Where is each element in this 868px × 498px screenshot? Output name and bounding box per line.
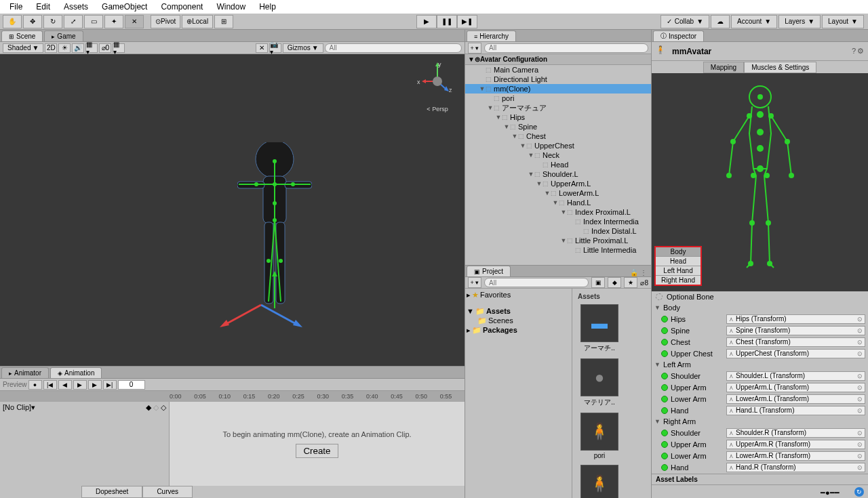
project-grid[interactable]: Assets ▬アーマチ..●マテリア..🧍pori🧍mmAvat.. ━●━━ bbox=[572, 289, 651, 498]
bone-mapping-row[interactable]: Hips⋏Hips (Transform)⊙ bbox=[652, 313, 868, 325]
project-search[interactable] bbox=[484, 278, 589, 287]
tab-hierarchy[interactable]: ≡Hierarchy bbox=[467, 30, 516, 41]
hierarchy-item[interactable]: ⬚Main Camera bbox=[465, 65, 651, 75]
layers-dropdown[interactable]: Layers ▼ bbox=[778, 15, 821, 28]
menu-component[interactable]: Component bbox=[154, 1, 210, 13]
assets-folder[interactable]: ▼📁Assets bbox=[467, 306, 570, 316]
menu-assets[interactable]: Assets bbox=[57, 1, 95, 13]
hierarchy-item[interactable]: ⬚Index Intermedia bbox=[465, 217, 651, 226]
body-tab-head[interactable]: Head bbox=[656, 257, 701, 266]
hierarchy-item[interactable]: ⬚Head bbox=[465, 160, 651, 169]
move-tool[interactable]: ✥ bbox=[23, 15, 42, 28]
tab-scene[interactable]: ⊞Scene bbox=[1, 30, 43, 41]
lighting-toggle[interactable]: ☀ bbox=[58, 43, 71, 53]
scene-search[interactable] bbox=[325, 43, 462, 53]
next-frame[interactable]: ▶ bbox=[88, 380, 102, 390]
menu-help[interactable]: Help bbox=[252, 1, 283, 13]
body-tab-right-hand[interactable]: Right Hand bbox=[656, 276, 701, 285]
hierarchy-scene-header[interactable]: ▼ ⊚ Avatar Configuration bbox=[465, 54, 651, 65]
project-asset[interactable]: ▬アーマチ.. bbox=[578, 304, 621, 353]
bone-mapping-row[interactable]: Chest⋏Chest (Transform)⊙ bbox=[652, 336, 868, 348]
humanoid-diagram[interactable]: BodyHeadLeft HandRight Hand bbox=[652, 73, 868, 291]
body-tab-left-hand[interactable]: Left Hand bbox=[656, 266, 701, 276]
bone-mapping-row[interactable]: Lower Arm⋏LowerArm.L (Transform)⊙ bbox=[652, 393, 868, 404]
save-search[interactable]: ★ bbox=[624, 277, 637, 288]
rect-tool[interactable]: ▭ bbox=[84, 15, 103, 28]
hierarchy-item[interactable]: ▼⬚Hand.L bbox=[465, 198, 651, 207]
play-anim[interactable]: ▶ bbox=[73, 380, 87, 390]
dopesheet-tab[interactable]: Dopesheet bbox=[81, 486, 142, 498]
search-by-type[interactable]: ▣ bbox=[591, 277, 605, 288]
bone-mapping-row[interactable]: Upper Arm⋏UpperArm.R (Transform)⊙ bbox=[652, 438, 868, 450]
last-frame[interactable]: ▶| bbox=[103, 380, 117, 390]
hierarchy-item[interactable]: ▼⬚Little Proximal.L bbox=[465, 236, 651, 245]
step-button[interactable]: ▶❚ bbox=[457, 15, 477, 28]
pause-button[interactable]: ❚❚ bbox=[437, 15, 457, 28]
frame-input[interactable] bbox=[118, 380, 145, 390]
transform-tool[interactable]: ✦ bbox=[104, 15, 123, 28]
gizmos-dropdown[interactable]: Gizmos ▼ bbox=[283, 43, 323, 53]
bone-mapping-row[interactable]: Hand⋏Hand.L (Transform)⊙ bbox=[652, 404, 868, 416]
tab-animator[interactable]: ▸Animator bbox=[1, 367, 49, 378]
create-button[interactable]: Create bbox=[296, 444, 338, 458]
tab-game[interactable]: ▸Game bbox=[44, 30, 83, 41]
hierarchy-item[interactable]: ▼⬚Spine bbox=[465, 122, 651, 131]
hierarchy-item[interactable]: ⬚Directional Light bbox=[465, 75, 651, 84]
hierarchy-item[interactable]: ▼⬚UpperChest bbox=[465, 141, 651, 150]
custom-tool[interactable]: ✕ bbox=[125, 15, 144, 28]
scene-viewport[interactable]: y x z < Persp bbox=[0, 54, 465, 366]
account-dropdown[interactable]: Account ▼ bbox=[731, 15, 777, 28]
thumbnail-slider[interactable]: ━●━━ bbox=[821, 489, 861, 495]
bone-mapping-row[interactable]: Spine⋏Spine (Transform)⊙ bbox=[652, 325, 868, 336]
scenes-folder[interactable]: 📁Scenes bbox=[467, 316, 570, 325]
grid-toggle[interactable]: ▦ ▾ bbox=[113, 43, 125, 53]
hierarchy-item[interactable]: ⬚Index Distal.L bbox=[465, 226, 651, 236]
body-tab-body[interactable]: Body bbox=[656, 247, 701, 257]
bone-mapping-row[interactable]: Shoulder⋏Shoulder.R (Transform)⊙ bbox=[652, 427, 868, 438]
local-toggle[interactable]: ⊕ Local bbox=[182, 15, 213, 28]
project-create[interactable]: + ▾ bbox=[468, 277, 481, 288]
2d-toggle[interactable]: 2D bbox=[45, 43, 57, 53]
asset-labels-header[interactable]: Asset Labels bbox=[652, 474, 868, 484]
menu-window[interactable]: Window bbox=[210, 1, 252, 13]
hierarchy-tree[interactable]: ▼ ⊚ Avatar Configuration ⬚Main Camera⬚Di… bbox=[465, 54, 651, 265]
pivot-toggle[interactable]: ⊙ Pivot bbox=[151, 15, 180, 28]
tab-project[interactable]: ▣Project bbox=[467, 266, 511, 276]
hierarchy-item[interactable]: ▼⬚Shoulder.L bbox=[465, 169, 651, 179]
camera-icon[interactable]: 📷 ▾ bbox=[269, 43, 281, 53]
bone-mapping-row[interactable]: Upper Arm⋏UpperArm.L (Transform)⊙ bbox=[652, 381, 868, 393]
menu-edit[interactable]: Edit bbox=[29, 1, 57, 13]
curves-tab[interactable]: Curves bbox=[142, 486, 193, 498]
bone-section-header[interactable]: ▼Right Arm bbox=[652, 416, 868, 427]
bone-mapping-row[interactable]: Hand⋏Hand.R (Transform)⊙ bbox=[652, 461, 868, 473]
hierarchy-item[interactable]: ▼⬚mm(Clone) bbox=[465, 84, 651, 94]
hidden-toggle[interactable]: ⌀0 bbox=[99, 43, 111, 53]
project-tree[interactable]: ▸★Favorites ▼📁Assets 📁Scenes ▸📁Packages bbox=[465, 289, 572, 498]
prev-frame[interactable]: ◀ bbox=[58, 380, 72, 390]
hierarchy-item[interactable]: ▼⬚Neck bbox=[465, 150, 651, 160]
mapping-tab[interactable]: Mapping bbox=[703, 62, 744, 73]
settings-icon[interactable]: ⚙ bbox=[857, 47, 864, 56]
persp-label[interactable]: < Persp bbox=[420, 106, 454, 112]
menu-gameobject[interactable]: GameObject bbox=[95, 1, 154, 13]
axis-gizmo[interactable]: y x z < Persp bbox=[420, 61, 454, 115]
audio-toggle[interactable]: 🔊 bbox=[72, 43, 84, 53]
muscles-tab[interactable]: Muscles & Settings bbox=[744, 62, 816, 73]
record-button[interactable]: ● bbox=[28, 380, 42, 390]
project-asset[interactable]: 🧍mmAvat.. bbox=[578, 465, 621, 498]
search-by-label[interactable]: ◆ bbox=[608, 277, 621, 288]
bone-mapping-row[interactable]: Lower Arm⋏LowerArm.R (Transform)⊙ bbox=[652, 450, 868, 461]
timeline-ruler[interactable]: 0:000:050:100:150:200:250:300:350:400:45… bbox=[0, 391, 465, 402]
bone-mapping-list[interactable]: Optional Bone ▼BodyHips⋏Hips (Transform)… bbox=[652, 291, 868, 474]
packages-folder[interactable]: ▸📁Packages bbox=[467, 325, 570, 335]
hierarchy-item[interactable]: ⬚pori bbox=[465, 94, 651, 103]
project-asset[interactable]: ●マテリア.. bbox=[578, 358, 621, 407]
menu-file[interactable]: File bbox=[3, 1, 29, 13]
hierarchy-item[interactable]: ▼⬚UpperArm.L bbox=[465, 179, 651, 188]
hierarchy-item[interactable]: ▼⬚Index Proximal.L bbox=[465, 207, 651, 217]
bone-mapping-row[interactable]: Shoulder⋏Shoulder.L (Transform)⊙ bbox=[652, 370, 868, 381]
tools-icon[interactable]: ✕ bbox=[256, 43, 268, 53]
tab-animation[interactable]: ◈Animation bbox=[50, 367, 102, 378]
project-asset[interactable]: 🧍pori bbox=[578, 413, 621, 459]
tab-inspector[interactable]: ⓘInspector bbox=[653, 30, 704, 41]
